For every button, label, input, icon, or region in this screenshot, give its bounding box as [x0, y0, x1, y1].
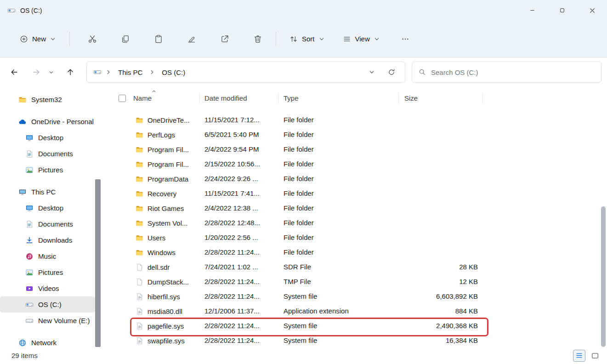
chevron-down-icon — [49, 70, 54, 75]
file-type: File folder — [284, 127, 314, 142]
search-box[interactable] — [412, 62, 601, 83]
copy-button[interactable] — [115, 30, 136, 48]
recent-locations-button[interactable] — [45, 64, 57, 80]
file-row-swapfile-sys[interactable]: swapfile.sys 2/28/2022 11:24... System f… — [103, 333, 600, 348]
file-name-cell: pagefile.sys — [136, 318, 184, 333]
sidebar-item-downloads[interactable]: Downloads — [0, 232, 95, 248]
copy-icon — [121, 34, 130, 44]
sidebar-item-pictures[interactable]: Pictures — [0, 264, 95, 280]
sidebar-item-system32[interactable]: System32 — [0, 91, 95, 108]
share-button[interactable] — [215, 30, 235, 48]
cloud-icon — [18, 118, 27, 126]
column-header-type[interactable]: Type — [284, 87, 299, 110]
refresh-button[interactable] — [384, 64, 399, 80]
file-row-windows[interactable]: Windows 2/28/2022 11:24... File folder — [103, 245, 600, 260]
file-type: File folder — [284, 216, 314, 230]
picture-icon — [25, 166, 34, 174]
up-button[interactable] — [62, 64, 79, 80]
file-row-program-fil[interactable]: Program Fil... 2/4/2022 9:54 PM File fol… — [103, 142, 600, 157]
maximize-button[interactable] — [547, 0, 577, 21]
column-separator[interactable] — [482, 93, 483, 104]
sidebar-item-network[interactable]: Network — [0, 335, 95, 347]
file-size: 6,603,892 KB — [398, 289, 478, 304]
address-bar[interactable]: This PC OS (C:) — [86, 62, 405, 83]
minimize-button[interactable] — [517, 0, 547, 21]
content-area: System32 OneDrive - Personal Desktop — [0, 87, 607, 347]
folder-icon — [136, 249, 143, 256]
file-row-dell-sdr[interactable]: dell.sdr 7/24/2021 1:02 ... SDR File 28 … — [103, 260, 600, 274]
sidebar-scrollbar-thumb[interactable] — [95, 179, 101, 347]
sidebar-item-desktop[interactable]: Desktop — [0, 200, 95, 216]
address-dropdown-button[interactable] — [364, 64, 380, 80]
sidebar-item-onedrive-personal[interactable]: OneDrive - Personal — [0, 114, 95, 130]
back-button[interactable] — [6, 64, 23, 80]
file-row-users[interactable]: Users 1/20/2022 2:56 ... File folder — [103, 230, 600, 245]
large-thumbnails-view-toggle[interactable] — [589, 350, 601, 362]
file-row-onedrivete[interactable]: OneDriveTe... 11/15/2021 7:12... File fo… — [103, 113, 600, 127]
close-button[interactable] — [577, 0, 607, 21]
search-icon — [419, 68, 426, 76]
breadcrumb-this-pc[interactable]: This PC — [115, 67, 145, 78]
view-icon — [343, 35, 351, 43]
view-button-label: View — [355, 35, 370, 43]
column-separator[interactable] — [398, 93, 399, 104]
sidebar-item-new-volume-e[interactable]: New Volume (E:) — [0, 313, 95, 329]
sidebar-item-videos[interactable]: Videos — [0, 280, 95, 296]
sidebar-item-label: Pictures — [38, 166, 63, 174]
file-row-pagefile-sys[interactable]: pagefile.sys 2/28/2022 11:24... System f… — [103, 318, 600, 333]
file-row-hiberfil-sys[interactable]: hiberfil.sys 2/28/2022 11:24... System f… — [103, 289, 600, 304]
delete-button[interactable] — [248, 30, 268, 48]
rename-button[interactable] — [182, 30, 202, 48]
sidebar-item-pictures[interactable]: Pictures — [0, 162, 95, 178]
chevron-down-icon — [319, 36, 324, 42]
more-options-button[interactable] — [395, 30, 415, 48]
paste-button[interactable] — [148, 30, 169, 48]
sidebar-item-desktop[interactable]: Desktop — [0, 130, 95, 146]
details-view-icon — [575, 352, 583, 359]
sidebar-item-music[interactable]: Music — [0, 248, 95, 264]
file-name: DumpStack... — [147, 278, 189, 286]
sort-button[interactable]: Sort — [284, 30, 330, 48]
file-size: 2,490,368 KB — [398, 318, 478, 333]
sidebar-item-this-pc[interactable]: This PC — [0, 184, 95, 200]
file-name-cell: Riot Games — [136, 201, 184, 216]
file-date-modified: 2/24/2022 9:26 ... — [204, 171, 258, 186]
column-separator[interactable] — [278, 93, 278, 104]
sidebar-scrollbar[interactable] — [95, 87, 101, 347]
new-button[interactable]: New — [14, 30, 62, 48]
column-header-date-modified[interactable]: Date modified — [204, 87, 247, 110]
sidebar-item-label: OS (C:) — [38, 301, 62, 308]
file-date-modified: 2/28/2022 11:24... — [204, 245, 260, 260]
vertical-scrollbar[interactable] — [600, 87, 607, 347]
sort-icon — [289, 35, 298, 43]
chevron-right-icon — [106, 69, 111, 75]
details-view-toggle[interactable] — [573, 350, 585, 362]
file-name: System Vol... — [147, 219, 188, 227]
file-name: hiberfil.sys — [147, 293, 180, 301]
file-date-modified: 11/15/2021 7:12... — [204, 113, 260, 127]
vertical-scrollbar-thumb[interactable] — [601, 206, 606, 347]
file-row-riot-games[interactable]: Riot Games 2/4/2022 12:38 ... File folde… — [103, 201, 600, 216]
sidebar-item-documents[interactable]: Documents — [0, 216, 95, 232]
file-row-msdia80-dll[interactable]: msdia80.dll 12/1/2006 11:37... Applicati… — [103, 304, 600, 318]
file-row-perflogs[interactable]: PerfLogs 6/5/2021 5:40 PM File folder — [103, 127, 600, 142]
forward-button[interactable] — [28, 64, 45, 80]
column-separator[interactable] — [199, 93, 200, 104]
sidebar-item-documents[interactable]: Documents — [0, 146, 95, 162]
file-name-cell: Windows — [136, 245, 176, 260]
sidebar-item-os-c[interactable]: OS (C:) — [0, 296, 95, 313]
cut-button[interactable] — [82, 30, 102, 48]
column-header-name[interactable]: Name — [133, 87, 152, 110]
file-row-program-fil[interactable]: Program Fil... 2/15/2022 10:56... File f… — [103, 157, 600, 171]
file-row-dumpstack[interactable]: DumpStack... 2/28/2022 11:24... TMP File… — [103, 274, 600, 289]
file-row-programdata[interactable]: ProgramData 2/24/2022 9:26 ... File fold… — [103, 171, 600, 186]
view-button[interactable]: View — [337, 30, 385, 48]
search-input[interactable] — [431, 68, 595, 76]
column-header-size[interactable]: Size — [404, 87, 418, 110]
file-row-system-vol[interactable]: System Vol... 2/28/2022 12:48... File fo… — [103, 216, 600, 230]
select-all-checkbox[interactable] — [119, 95, 126, 102]
folder-icon — [136, 219, 143, 227]
breadcrumb-os-c[interactable]: OS (C:) — [159, 67, 188, 78]
file-row-recovery[interactable]: Recovery 11/15/2021 7:41... File folder — [103, 186, 600, 201]
rename-icon — [187, 34, 196, 44]
